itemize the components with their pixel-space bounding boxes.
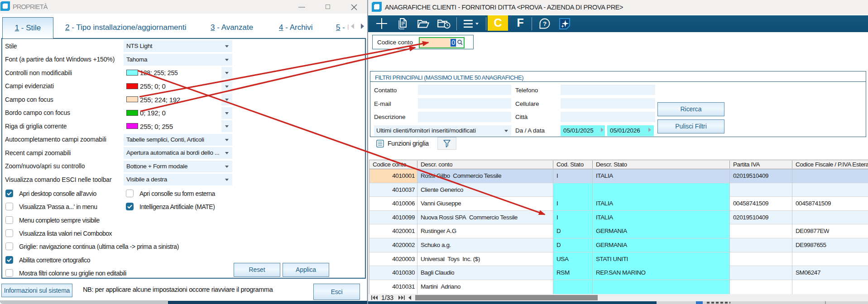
svg-text:?: ? bbox=[543, 20, 547, 27]
